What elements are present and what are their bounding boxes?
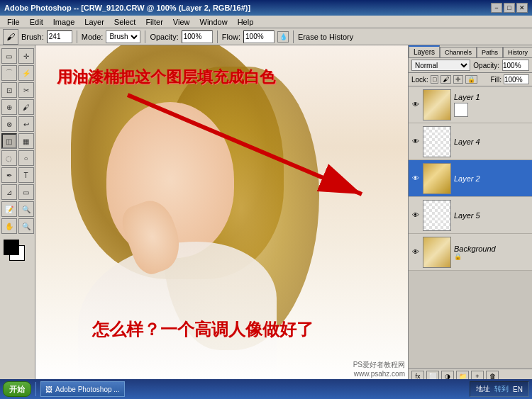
layer-2-name: Layer 2 [454,174,480,183]
taskbar: 开始 🖼 Adobe Photoshop ... 地址 转到 EN [0,379,532,399]
tab-history[interactable]: History [503,47,532,57]
menu-file[interactable]: File [3,17,24,27]
tool-row-4: ⊕ 🖌 [1,99,34,115]
opacity-value-input[interactable] [502,60,529,71]
brush-tool[interactable]: 🖌 [18,99,34,115]
tab-channels[interactable]: Channels [440,47,477,57]
menu-help[interactable]: Help [233,17,258,27]
opacity-input[interactable] [182,30,213,43]
menu-select[interactable]: Select [110,17,140,27]
taskbar-photoshop[interactable]: 🖼 Adobe Photoshop ... [40,381,125,397]
opacity-label-layers: Opacity: [473,62,499,69]
mode-select[interactable]: Brush [106,30,140,43]
eyedropper-tool[interactable]: 🔍 [18,201,34,217]
slice-tool[interactable]: ✂ [18,82,34,98]
move-tool[interactable]: ✛ [18,48,34,64]
background-thumb-content [423,237,450,267]
tab-layers[interactable]: Layers [409,45,440,57]
tool-row-7: ◌ ○ [1,150,34,166]
tray-lang: EN [513,386,523,393]
tool-row-1: ▭ ✛ [1,48,34,64]
layer-5-thumb-content [423,201,450,230]
watermark-line2: www.psahz.com [353,370,405,378]
layer-1-visibility[interactable]: 👁 [411,100,421,110]
tab-paths[interactable]: Paths [477,47,503,57]
lock-position-btn[interactable]: ✛ [453,75,463,84]
background-visibility[interactable]: 👁 [411,247,421,257]
menu-bar: File Edit Image Layer Select Filter View… [0,16,532,28]
taskbar-sep [35,382,36,396]
layer-4-name: Layer 4 [454,137,480,146]
options-toolbar: 🖌 Brush: Mode: Brush Opacity: Flow: 💧 Er… [0,28,532,45]
layer-5-visibility[interactable]: 👁 [411,210,421,220]
taskbar-ps-label: Adobe Photoshop ... [55,386,120,393]
separator-1 [77,30,77,43]
lock-image-btn[interactable]: 🖌 [440,75,451,84]
flow-label: Flow: [222,33,240,41]
layer-1-mask [454,103,468,117]
blend-mode-select[interactable]: Normal Multiply Screen [411,60,470,71]
lock-all-btn[interactable]: 🔒 [465,75,477,84]
annotation-bottom: 怎么样？一个高调人像做好了 [92,318,314,341]
zoom-tool[interactable]: 🔍 [18,218,34,234]
close-button[interactable]: ✕ [516,3,528,13]
flow-input[interactable] [243,30,275,43]
layer-item-4[interactable]: 👁 Layer 4 [409,123,532,160]
gradient-tool[interactable]: ▦ [18,133,34,149]
crop-tool[interactable]: ⊡ [1,82,17,98]
layer-item-1[interactable]: 👁 Layer 1 [409,86,532,123]
erase-history-label: Erase to History [298,33,353,41]
maximize-button[interactable]: □ [504,3,515,13]
menu-edit[interactable]: Edit [26,17,48,27]
window-title: Adobe Photoshop -- [CRW_9120.CRW @ 100% … [4,4,250,12]
opacity-label: Opacity: [150,33,178,41]
clone-tool[interactable]: ⊗ [1,116,17,132]
brush-size-input[interactable] [47,30,72,43]
start-button[interactable]: 开始 [3,381,31,397]
color-swatches[interactable] [2,238,33,264]
type-tool[interactable]: T [18,167,34,183]
lock-transparency-btn[interactable]: □ [431,75,438,84]
layer-4-thumb-content [423,127,450,157]
healing-tool[interactable]: ⊕ [1,99,17,115]
dodge-tool[interactable]: ○ [18,150,34,166]
marquee-tool[interactable]: ▭ [1,48,17,64]
lasso-tool[interactable]: ⌒ [1,65,17,81]
shape-tool[interactable]: ▭ [18,184,34,200]
eraser-tool[interactable]: ◫ [1,133,17,149]
toolbox: ▭ ✛ ⌒ ⚡ ⊡ ✂ ⊕ 🖌 ⊗ ↩ ◫ ▦ ◌ ○ ✒ T [0,45,35,383]
pen-tool[interactable]: ✒ [1,167,17,183]
layer-item-2[interactable]: 👁 Layer 2 [409,160,532,197]
annotation-top: 用油漆桶把这个图层填充成白色 [57,67,275,88]
watermark: PS爱好者教程网 www.psahz.com [353,360,405,378]
notes-tool[interactable]: 📝 [1,201,17,217]
layers-list: 👁 Layer 1 👁 Layer 4 👁 [409,86,532,369]
tool-row-8: ✒ T [1,167,34,183]
path-select-tool[interactable]: ⊿ [1,184,17,200]
layer-item-5[interactable]: 👁 Layer 5 [409,197,532,234]
history-brush-tool[interactable]: ↩ [18,116,34,132]
menu-image[interactable]: Image [49,17,79,27]
menu-window[interactable]: Window [196,17,232,27]
layer-2-thumbnail [423,163,451,194]
layer-2-thumb-content [423,164,450,193]
eraser-tool-icon[interactable]: 🖌 [3,29,18,45]
foreground-color-swatch[interactable] [4,240,19,255]
menu-view[interactable]: View [169,17,194,27]
layer-4-visibility[interactable]: 👁 [411,137,421,147]
tool-row-11: ✋ 🔍 [1,218,34,234]
fill-value-input[interactable] [504,74,529,84]
mode-label: Mode: [82,33,104,41]
menu-layer[interactable]: Layer [80,17,109,27]
menu-filter[interactable]: Filter [141,17,167,27]
tool-row-9: ⊿ ▭ [1,184,34,200]
minimize-button[interactable]: − [491,3,502,13]
tray-go[interactable]: 转到 [494,384,509,394]
hand-tool[interactable]: ✋ [1,218,17,234]
tool-row-10: 📝 🔍 [1,201,34,217]
layer-2-visibility[interactable]: 👁 [411,174,421,184]
layer-item-background[interactable]: 👁 Background 🔒 [409,234,532,271]
magic-wand-tool[interactable]: ⚡ [18,65,34,81]
lock-label: Lock: [411,76,428,84]
blur-tool[interactable]: ◌ [1,150,17,166]
